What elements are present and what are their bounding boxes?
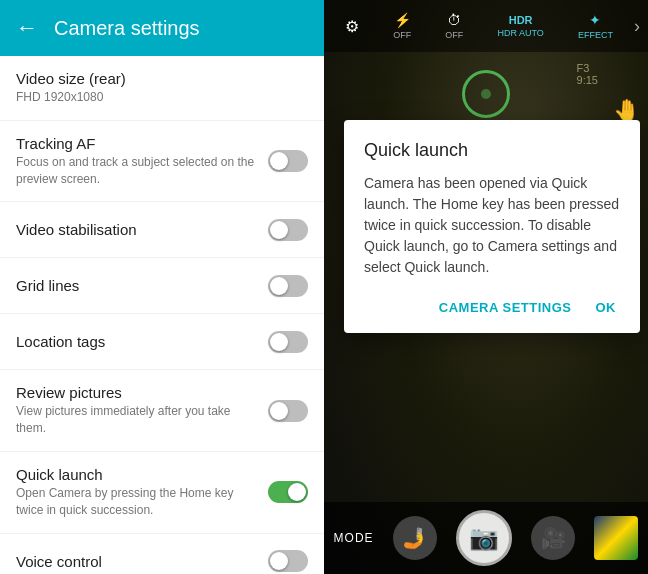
toolbar-flash[interactable]: ⚡ OFF bbox=[393, 12, 411, 40]
settings-item-title-quick-launch: Quick launch bbox=[16, 466, 256, 483]
settings-list: Video size (rear)FHD 1920x1080Tracking A… bbox=[0, 56, 324, 574]
settings-item-title-video-stabilisation: Video stabilisation bbox=[16, 221, 256, 238]
toggle-video-stabilisation[interactable] bbox=[268, 219, 308, 241]
settings-item-content-video-stabilisation: Video stabilisation bbox=[16, 221, 268, 238]
settings-item-content-video-size: Video size (rear)FHD 1920x1080 bbox=[16, 70, 308, 106]
selfie-button[interactable]: 🤳 bbox=[393, 516, 437, 560]
toolbar-timer[interactable]: ⏱ OFF bbox=[445, 12, 463, 40]
video-button[interactable]: 🎥 bbox=[531, 516, 575, 560]
toolbar-icons: ⚙ ⚡ OFF ⏱ OFF HDR HDR AUTO ✦ EFFECT bbox=[328, 12, 630, 40]
settings-item-content-grid-lines: Grid lines bbox=[16, 277, 268, 294]
settings-item-title-grid-lines: Grid lines bbox=[16, 277, 256, 294]
settings-item-subtitle-review-pictures: View pictures immediately after you take… bbox=[16, 403, 256, 437]
flash-icon: ⚡ bbox=[394, 12, 411, 28]
focus-indicator bbox=[462, 70, 510, 118]
toggle-review-pictures[interactable] bbox=[268, 400, 308, 422]
timer-icon: ⏱ bbox=[447, 12, 461, 28]
effect-label: EFFECT bbox=[578, 30, 613, 40]
settings-item-review-pictures[interactable]: Review picturesView pictures immediately… bbox=[0, 370, 324, 452]
settings-item-content-voice-control: Voice control bbox=[16, 553, 268, 570]
settings-item-content-location-tags: Location tags bbox=[16, 333, 268, 350]
gallery-thumbnail[interactable] bbox=[594, 516, 638, 560]
camera-panel: ⚙ ⚡ OFF ⏱ OFF HDR HDR AUTO ✦ EFFECT › 🤚 bbox=[324, 0, 648, 574]
toggle-quick-launch[interactable] bbox=[268, 481, 308, 503]
camera-toolbar: ⚙ ⚡ OFF ⏱ OFF HDR HDR AUTO ✦ EFFECT › bbox=[324, 0, 648, 52]
settings-item-title-location-tags: Location tags bbox=[16, 333, 256, 350]
settings-item-voice-control[interactable]: Voice control bbox=[0, 534, 324, 574]
page-title: Camera settings bbox=[54, 17, 200, 40]
toolbar-chevron-icon[interactable]: › bbox=[630, 16, 644, 37]
settings-item-subtitle-tracking-af: Focus on and track a subject selected on… bbox=[16, 154, 256, 188]
dialog-actions: CAMERA SETTINGS OK bbox=[364, 294, 620, 321]
toggle-tracking-af[interactable] bbox=[268, 150, 308, 172]
settings-item-grid-lines[interactable]: Grid lines bbox=[0, 258, 324, 314]
shutter-button[interactable]: 📷 bbox=[456, 510, 512, 566]
settings-panel: ← Camera settings Video size (rear)FHD 1… bbox=[0, 0, 324, 574]
top-bar: ← Camera settings bbox=[0, 0, 324, 56]
settings-item-title-video-size: Video size (rear) bbox=[16, 70, 296, 87]
dialog-title: Quick launch bbox=[364, 140, 620, 161]
toggle-location-tags[interactable] bbox=[268, 331, 308, 353]
toggle-grid-lines[interactable] bbox=[268, 275, 308, 297]
settings-item-title-tracking-af: Tracking AF bbox=[16, 135, 256, 152]
camera-bottom-bar: MODE 🤳 📷 🎥 bbox=[324, 502, 648, 574]
settings-item-tracking-af[interactable]: Tracking AFFocus on and track a subject … bbox=[0, 121, 324, 203]
settings-item-subtitle-quick-launch: Open Camera by pressing the Home key twi… bbox=[16, 485, 256, 519]
settings-item-content-review-pictures: Review picturesView pictures immediately… bbox=[16, 384, 268, 437]
toolbar-hdr[interactable]: HDR HDR AUTO bbox=[497, 14, 543, 38]
flash-label: OFF bbox=[393, 30, 411, 40]
hdr-label: HDR AUTO bbox=[497, 28, 543, 38]
quick-launch-dialog: Quick launch Camera has been opened via … bbox=[344, 120, 640, 333]
settings-item-title-voice-control: Voice control bbox=[16, 553, 256, 570]
toolbar-settings[interactable]: ⚙ bbox=[345, 17, 359, 36]
settings-item-location-tags[interactable]: Location tags bbox=[0, 314, 324, 370]
toggle-voice-control[interactable] bbox=[268, 550, 308, 572]
shutter-icon: 📷 bbox=[469, 524, 499, 552]
settings-icon: ⚙ bbox=[345, 17, 359, 36]
ok-button[interactable]: OK bbox=[592, 294, 621, 321]
settings-item-title-review-pictures: Review pictures bbox=[16, 384, 256, 401]
video-icon: 🎥 bbox=[541, 526, 566, 550]
settings-item-content-tracking-af: Tracking AFFocus on and track a subject … bbox=[16, 135, 268, 188]
dialog-body: Camera has been opened via Quick launch.… bbox=[364, 173, 620, 278]
cam-numbers: F3 9:15 bbox=[577, 62, 598, 86]
settings-item-content-quick-launch: Quick launchOpen Camera by pressing the … bbox=[16, 466, 268, 519]
mode-label: MODE bbox=[334, 531, 374, 545]
settings-item-video-size: Video size (rear)FHD 1920x1080 bbox=[0, 56, 324, 121]
settings-item-subtitle-video-size: FHD 1920x1080 bbox=[16, 89, 296, 106]
effect-icon: ✦ bbox=[589, 12, 601, 28]
toolbar-effect[interactable]: ✦ EFFECT bbox=[578, 12, 613, 40]
settings-item-video-stabilisation[interactable]: Video stabilisation bbox=[0, 202, 324, 258]
timer-label: OFF bbox=[445, 30, 463, 40]
camera-settings-button[interactable]: CAMERA SETTINGS bbox=[435, 294, 576, 321]
hdr-icon: HDR bbox=[509, 14, 533, 26]
back-button[interactable]: ← bbox=[16, 15, 38, 41]
selfie-icon: 🤳 bbox=[402, 526, 427, 550]
settings-item-quick-launch[interactable]: Quick launchOpen Camera by pressing the … bbox=[0, 452, 324, 534]
